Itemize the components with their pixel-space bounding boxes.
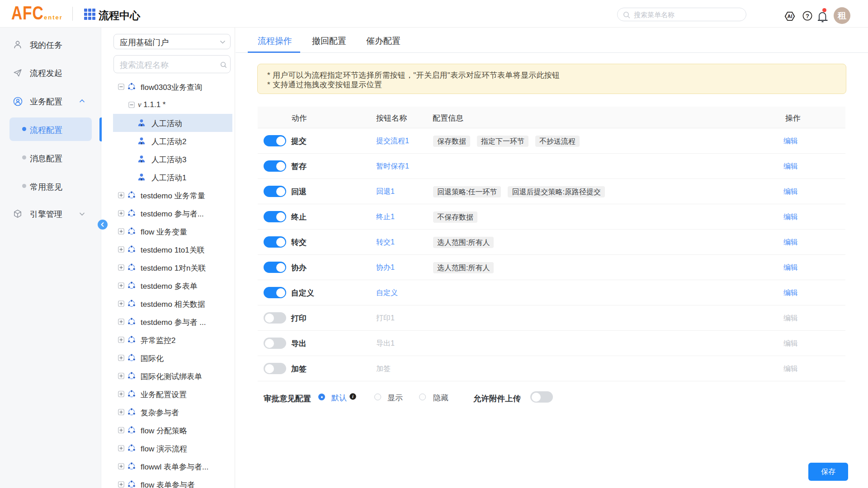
svg-text:?: ? [806, 13, 809, 19]
svg-text:AI: AI [788, 14, 793, 19]
svg-text:i: i [352, 394, 354, 399]
